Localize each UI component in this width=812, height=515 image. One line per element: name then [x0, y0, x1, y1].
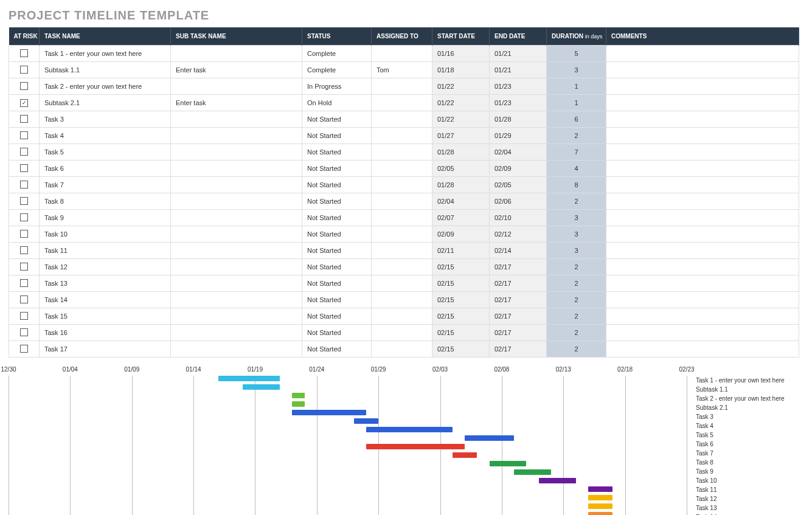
- risk-checkbox[interactable]: [20, 246, 28, 254]
- cell-assigned[interactable]: [372, 210, 432, 226]
- cell-comments[interactable]: [606, 95, 799, 111]
- cell-comments[interactable]: [606, 46, 799, 62]
- cell-start[interactable]: 02/15: [432, 275, 490, 292]
- cell-assigned[interactable]: [372, 193, 432, 210]
- cell-start[interactable]: 01/27: [432, 128, 490, 144]
- cell-assigned[interactable]: [372, 259, 432, 275]
- cell-end[interactable]: 02/14: [490, 243, 547, 259]
- risk-checkbox[interactable]: [20, 115, 28, 123]
- cell-subtask[interactable]: Enter task: [171, 62, 302, 78]
- risk-checkbox[interactable]: [20, 263, 28, 271]
- cell-subtask[interactable]: [171, 275, 302, 292]
- cell-comments[interactable]: [606, 193, 799, 210]
- cell-duration[interactable]: 3: [547, 226, 606, 243]
- cell-start[interactable]: 01/22: [432, 78, 490, 95]
- cell-assigned[interactable]: [372, 292, 432, 308]
- cell-subtask[interactable]: [171, 210, 302, 226]
- cell-comments[interactable]: [606, 325, 799, 341]
- cell-task[interactable]: Task 17: [40, 341, 171, 358]
- cell-end[interactable]: 02/05: [490, 177, 547, 193]
- cell-task[interactable]: Task 4: [40, 128, 171, 144]
- cell-start[interactable]: 01/16: [432, 46, 490, 62]
- cell-end[interactable]: 02/17: [490, 275, 547, 292]
- risk-checkbox[interactable]: [20, 230, 28, 238]
- cell-start[interactable]: 02/09: [432, 226, 490, 243]
- cell-start[interactable]: 02/15: [432, 259, 490, 275]
- cell-duration[interactable]: 5: [547, 46, 606, 62]
- risk-checkbox[interactable]: [20, 328, 28, 336]
- risk-checkbox[interactable]: [20, 82, 28, 90]
- cell-task[interactable]: Task 13: [40, 275, 171, 292]
- cell-subtask[interactable]: [171, 243, 302, 259]
- cell-assigned[interactable]: Tom: [372, 62, 432, 78]
- cell-status[interactable]: Not Started: [302, 193, 372, 210]
- cell-status[interactable]: Not Started: [302, 275, 372, 292]
- cell-subtask[interactable]: [171, 226, 302, 243]
- cell-status[interactable]: Not Started: [302, 243, 372, 259]
- cell-end[interactable]: 02/12: [490, 226, 547, 243]
- cell-start[interactable]: 02/15: [432, 325, 490, 341]
- cell-comments[interactable]: [606, 308, 799, 325]
- risk-checkbox[interactable]: [20, 197, 28, 205]
- cell-status[interactable]: Complete: [302, 62, 372, 78]
- cell-assigned[interactable]: [372, 128, 432, 144]
- cell-comments[interactable]: [606, 177, 799, 193]
- cell-task[interactable]: Task 5: [40, 144, 171, 161]
- cell-assigned[interactable]: [372, 275, 432, 292]
- cell-assigned[interactable]: [372, 144, 432, 161]
- cell-duration[interactable]: 3: [547, 243, 606, 259]
- cell-assigned[interactable]: [372, 243, 432, 259]
- cell-task[interactable]: Task 1 - enter your own text here: [40, 46, 171, 62]
- cell-task[interactable]: Task 9: [40, 210, 171, 226]
- cell-assigned[interactable]: [372, 341, 432, 358]
- cell-comments[interactable]: [606, 259, 799, 275]
- cell-comments[interactable]: [606, 341, 799, 358]
- cell-end[interactable]: 01/21: [490, 46, 547, 62]
- cell-comments[interactable]: [606, 292, 799, 308]
- cell-end[interactable]: 02/09: [490, 161, 547, 177]
- cell-task[interactable]: Subtask 1.1: [40, 62, 171, 78]
- cell-duration[interactable]: 2: [547, 275, 606, 292]
- cell-end[interactable]: 01/21: [490, 62, 547, 78]
- cell-start[interactable]: 02/15: [432, 341, 490, 358]
- cell-task[interactable]: Task 3: [40, 111, 171, 128]
- cell-task[interactable]: Task 16: [40, 325, 171, 341]
- cell-duration[interactable]: 2: [547, 325, 606, 341]
- risk-checkbox[interactable]: [20, 164, 28, 172]
- cell-status[interactable]: Not Started: [302, 210, 372, 226]
- cell-comments[interactable]: [606, 226, 799, 243]
- cell-subtask[interactable]: [171, 111, 302, 128]
- cell-assigned[interactable]: [372, 325, 432, 341]
- cell-assigned[interactable]: [372, 46, 432, 62]
- risk-checkbox[interactable]: [20, 49, 28, 57]
- risk-checkbox[interactable]: ✓: [20, 99, 28, 107]
- cell-duration[interactable]: 2: [547, 308, 606, 325]
- cell-status[interactable]: Not Started: [302, 161, 372, 177]
- cell-start[interactable]: 01/22: [432, 111, 490, 128]
- cell-comments[interactable]: [606, 161, 799, 177]
- cell-subtask[interactable]: [171, 341, 302, 358]
- cell-end[interactable]: 01/29: [490, 128, 547, 144]
- risk-checkbox[interactable]: [20, 131, 28, 139]
- cell-subtask[interactable]: [171, 144, 302, 161]
- cell-start[interactable]: 02/07: [432, 210, 490, 226]
- cell-status[interactable]: Not Started: [302, 144, 372, 161]
- cell-assigned[interactable]: [372, 111, 432, 128]
- risk-checkbox[interactable]: [20, 345, 28, 353]
- cell-duration[interactable]: 2: [547, 193, 606, 210]
- cell-duration[interactable]: 2: [547, 292, 606, 308]
- risk-checkbox[interactable]: [20, 213, 28, 221]
- cell-start[interactable]: 01/22: [432, 95, 490, 111]
- cell-start[interactable]: 02/11: [432, 243, 490, 259]
- cell-assigned[interactable]: [372, 308, 432, 325]
- cell-task[interactable]: Task 7: [40, 177, 171, 193]
- cell-subtask[interactable]: [171, 161, 302, 177]
- cell-assigned[interactable]: [372, 177, 432, 193]
- cell-status[interactable]: Not Started: [302, 177, 372, 193]
- cell-status[interactable]: Not Started: [302, 226, 372, 243]
- cell-start[interactable]: 02/04: [432, 193, 490, 210]
- cell-task[interactable]: Task 14: [40, 292, 171, 308]
- cell-status[interactable]: In Progress: [302, 78, 372, 95]
- cell-comments[interactable]: [606, 275, 799, 292]
- cell-task[interactable]: Task 2 - enter your own text here: [40, 78, 171, 95]
